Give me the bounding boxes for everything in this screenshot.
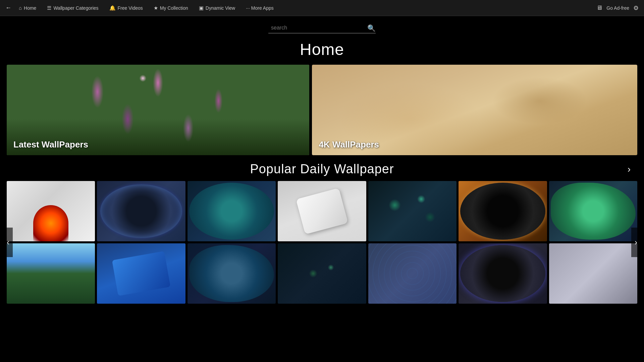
featured-banners: Latest WallPapers 4K WallPapers	[0, 65, 644, 155]
section-title: Popular Daily Wallpaper	[250, 162, 394, 176]
popular-section: Popular Daily Wallpaper › ‹	[0, 155, 644, 304]
categories-icon: ☰	[47, 5, 51, 11]
search-icon: 🔍	[367, 24, 376, 32]
wallpaper-item-phone[interactable]	[278, 181, 366, 241]
wallpaper-item-virus1[interactable]	[187, 181, 276, 241]
search-button[interactable]: 🔍	[367, 24, 376, 32]
wallpaper-item-alien[interactable]	[549, 181, 637, 241]
page-title: Home	[0, 40, 644, 59]
nav-item-free-videos[interactable]: 🔔 Free Videos	[105, 3, 148, 13]
nav-item-dynamic-view[interactable]: ▣ Dynamic View	[194, 3, 240, 13]
nav-item-home[interactable]: ⌂ Home	[14, 3, 41, 13]
nav-item-dynamic-label: Dynamic View	[206, 5, 235, 11]
wallpaper-item-eye2[interactable]	[459, 181, 547, 241]
wallpaper-item-bio2[interactable]	[278, 243, 366, 304]
home-icon: ⌂	[19, 5, 22, 11]
nav-bar: ← ⌂ Home ☰ Wallpaper Categories 🔔 Free V…	[0, 0, 644, 16]
search-container: 🔍	[268, 23, 376, 34]
nav-item-collection-label: My Collection	[160, 5, 188, 11]
wallpaper-item-virus2[interactable]	[187, 243, 276, 304]
monitor-icon: 🖥	[596, 4, 602, 11]
nav-item-more-label: ··· More Apps	[246, 5, 273, 11]
wallpaper-item-car[interactable]	[549, 243, 637, 304]
nav-item-my-collection[interactable]: ★ My Collection	[149, 3, 193, 13]
wallpaper-item-scale1[interactable]	[368, 243, 457, 304]
go-ad-free-button[interactable]: Go Ad-free	[606, 5, 629, 11]
banner-4k-label: 4K WallPapers	[319, 139, 379, 150]
wallpaper-item-tree[interactable]	[7, 243, 95, 304]
videos-icon: 🔔	[109, 5, 116, 11]
banner-4k[interactable]: 4K WallPapers	[312, 65, 637, 155]
wallpaper-col-5	[368, 181, 457, 304]
wallpaper-col-6	[459, 181, 547, 304]
wallpaper-col-4	[278, 181, 366, 304]
collection-icon: ★	[154, 5, 158, 11]
nav-item-categories-label: Wallpaper Categories	[53, 5, 98, 11]
nav-item-home-label: Home	[24, 5, 36, 11]
wallpaper-col-1	[7, 181, 95, 304]
dynamic-icon: ▣	[199, 5, 204, 11]
nav-right: 🖥 Go Ad-free ⚙	[596, 4, 639, 12]
settings-button[interactable]: ⚙	[633, 4, 639, 12]
wallpaper-grid	[7, 181, 637, 304]
section-header: Popular Daily Wallpaper ›	[7, 162, 637, 176]
wallpaper-item-eye3[interactable]	[459, 243, 547, 304]
wallpaper-col-2	[97, 181, 185, 304]
banner-latest-label: Latest WallPapers	[13, 139, 88, 150]
nav-item-wallpaper-categories[interactable]: ☰ Wallpaper Categories	[42, 3, 103, 13]
scroll-left-button[interactable]: ‹	[3, 228, 13, 257]
wallpaper-item-blue-rect[interactable]	[97, 243, 185, 304]
back-button[interactable]: ←	[5, 4, 11, 11]
nav-items: ⌂ Home ☰ Wallpaper Categories 🔔 Free Vid…	[14, 3, 596, 13]
wallpaper-item-eye1[interactable]	[97, 181, 185, 241]
nav-item-videos-label: Free Videos	[118, 5, 143, 11]
nav-item-more-apps[interactable]: ··· More Apps	[241, 3, 278, 13]
wallpaper-item-fire-phone[interactable]	[7, 181, 95, 241]
banner-latest[interactable]: Latest WallPapers	[7, 65, 309, 155]
wallpaper-item-bio1[interactable]	[368, 181, 457, 241]
search-input[interactable]	[268, 23, 376, 34]
wallpaper-col-7	[549, 181, 637, 304]
wallpaper-col-3	[187, 181, 276, 304]
wallpaper-scroll-area: ‹	[7, 181, 637, 304]
scroll-right-button[interactable]: ›	[631, 228, 641, 257]
search-area: 🔍	[0, 16, 644, 39]
next-section-arrow[interactable]: ›	[628, 164, 631, 175]
